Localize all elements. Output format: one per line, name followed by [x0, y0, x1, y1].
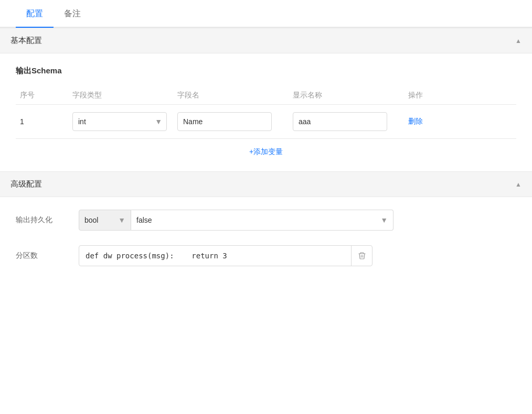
config-row-persistence: 输出持久化 bool int string ▼ false true ▼: [16, 210, 516, 231]
partition-code-input[interactable]: [79, 252, 351, 260]
row-number: 1: [20, 117, 24, 126]
schema-title: 输出Schema: [16, 66, 516, 76]
advanced-config-collapse-icon: ▲: [515, 181, 522, 188]
schema-table: 序号 字段类型 字段名 显示名称 操作 1 int string float b…: [16, 86, 516, 139]
col-header-field-type: 字段类型: [68, 91, 173, 100]
cell-display-name: [289, 112, 404, 131]
bool-value-select[interactable]: false true: [136, 216, 388, 224]
delete-row-button[interactable]: 删除: [408, 117, 423, 126]
persistence-control: bool int string ▼ false true ▼: [79, 210, 393, 231]
basic-config-title: 基本配置: [10, 36, 42, 46]
col-header-action: 操作: [404, 91, 456, 100]
basic-config-header[interactable]: 基本配置 ▲: [0, 28, 532, 53]
bool-value-select-wrapper: false true ▼: [131, 210, 393, 231]
basic-config-content: 输出Schema 序号 字段类型 字段名 显示名称 操作 1 int strin…: [0, 53, 532, 171]
field-type-select-wrapper: int string float bool list dict ▼: [72, 112, 167, 131]
field-name-input[interactable]: [177, 112, 272, 131]
add-variable-button[interactable]: +添加变量: [16, 139, 516, 159]
config-row-partition: 分区数: [16, 245, 516, 266]
bool-type-select[interactable]: bool int string: [84, 216, 118, 224]
col-header-index: 序号: [16, 91, 68, 100]
advanced-config-content: 输出持久化 bool int string ▼ false true ▼ 分区数: [0, 197, 532, 293]
display-name-input[interactable]: [293, 112, 387, 131]
table-header: 序号 字段类型 字段名 显示名称 操作: [16, 86, 516, 105]
bool-type-select-wrapper: bool int string ▼: [79, 210, 131, 231]
cell-field-name: [173, 112, 289, 131]
partition-label: 分区数: [16, 251, 79, 260]
trash-icon: [358, 252, 366, 260]
advanced-config-header[interactable]: 高级配置 ▲: [0, 171, 532, 197]
cell-action: 删除: [404, 117, 456, 126]
tab-config[interactable]: 配置: [16, 0, 54, 28]
field-type-select[interactable]: int string float bool list dict: [78, 117, 161, 126]
table-row: 1 int string float bool list dict ▼: [16, 105, 516, 139]
cell-field-type: int string float bool list dict ▼: [68, 112, 173, 131]
persistence-label: 输出持久化: [16, 215, 79, 225]
partition-delete-button[interactable]: [351, 245, 372, 266]
col-header-field-name: 字段名: [173, 91, 289, 100]
code-input-wrapper: [79, 245, 373, 266]
basic-config-collapse-icon: ▲: [515, 37, 522, 45]
bool-arrow-icon: ▼: [118, 216, 125, 224]
advanced-config-title: 高级配置: [10, 179, 42, 189]
tabs-container: 配置 备注: [0, 0, 532, 28]
cell-index: 1: [16, 117, 68, 126]
col-header-display-name: 显示名称: [289, 91, 404, 100]
tab-notes[interactable]: 备注: [54, 0, 91, 28]
